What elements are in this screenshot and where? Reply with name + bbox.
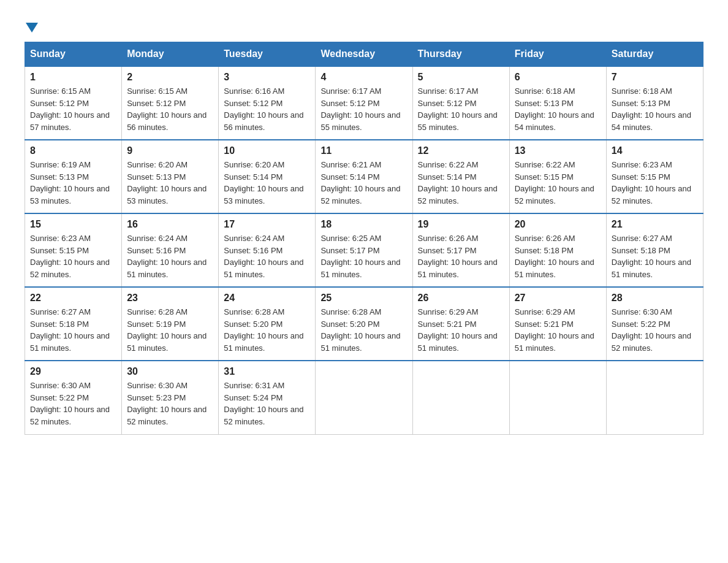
calendar-cell: 15Sunrise: 6:23 AMSunset: 5:15 PMDayligh…	[25, 213, 122, 287]
day-info: Sunrise: 6:26 AMSunset: 5:17 PMDaylight:…	[418, 234, 498, 279]
day-number: 12	[418, 145, 504, 156]
header-wednesday: Wednesday	[316, 42, 412, 67]
day-number: 28	[612, 293, 698, 304]
calendar-cell	[606, 361, 703, 434]
day-info: Sunrise: 6:18 AMSunset: 5:13 PMDaylight:…	[515, 86, 594, 132]
calendar-cell: 5Sunrise: 6:17 AMSunset: 5:12 PMDaylight…	[412, 66, 509, 140]
day-number: 24	[224, 293, 310, 304]
calendar-cell: 3Sunrise: 6:16 AMSunset: 5:12 PMDaylight…	[219, 66, 316, 140]
day-number: 8	[30, 145, 116, 156]
day-number: 4	[320, 72, 407, 83]
day-number: 20	[515, 219, 601, 230]
calendar-cell: 10Sunrise: 6:20 AMSunset: 5:14 PMDayligh…	[219, 140, 316, 213]
day-number: 15	[30, 219, 116, 230]
day-number: 21	[612, 219, 698, 230]
day-info: Sunrise: 6:15 AMSunset: 5:12 PMDaylight:…	[127, 86, 207, 132]
day-number: 29	[30, 366, 116, 377]
day-number: 25	[320, 293, 407, 304]
day-number: 16	[127, 219, 213, 230]
day-number: 18	[320, 219, 407, 230]
day-info: Sunrise: 6:20 AMSunset: 5:14 PMDaylight:…	[224, 160, 303, 205]
header-monday: Monday	[122, 42, 219, 67]
calendar-cell: 24Sunrise: 6:28 AMSunset: 5:20 PMDayligh…	[219, 287, 316, 361]
day-info: Sunrise: 6:22 AMSunset: 5:14 PMDaylight:…	[418, 160, 498, 205]
day-number: 13	[515, 145, 601, 156]
page-header	[25, 18, 703, 36]
day-number: 5	[418, 72, 504, 83]
calendar-cell: 16Sunrise: 6:24 AMSunset: 5:16 PMDayligh…	[122, 213, 219, 287]
header-friday: Friday	[509, 42, 606, 67]
day-number: 19	[418, 219, 504, 230]
day-info: Sunrise: 6:28 AMSunset: 5:20 PMDaylight:…	[320, 307, 400, 353]
day-number: 9	[127, 145, 213, 156]
calendar-cell: 8Sunrise: 6:19 AMSunset: 5:13 PMDaylight…	[25, 140, 122, 213]
day-info: Sunrise: 6:19 AMSunset: 5:13 PMDaylight:…	[30, 160, 110, 205]
day-number: 11	[320, 145, 407, 156]
calendar-cell: 23Sunrise: 6:28 AMSunset: 5:19 PMDayligh…	[122, 287, 219, 361]
day-info: Sunrise: 6:17 AMSunset: 5:12 PMDaylight:…	[320, 86, 400, 132]
week-row-3: 15Sunrise: 6:23 AMSunset: 5:15 PMDayligh…	[25, 213, 703, 287]
calendar-cell: 25Sunrise: 6:28 AMSunset: 5:20 PMDayligh…	[316, 287, 412, 361]
calendar-cell: 26Sunrise: 6:29 AMSunset: 5:21 PMDayligh…	[412, 287, 509, 361]
day-info: Sunrise: 6:28 AMSunset: 5:20 PMDaylight:…	[224, 307, 303, 353]
week-row-2: 8Sunrise: 6:19 AMSunset: 5:13 PMDaylight…	[25, 140, 703, 213]
calendar-cell: 22Sunrise: 6:27 AMSunset: 5:18 PMDayligh…	[25, 287, 122, 361]
day-number: 2	[127, 72, 213, 83]
calendar-table: SundayMondayTuesdayWednesdayThursdayFrid…	[25, 42, 703, 435]
calendar-cell: 13Sunrise: 6:22 AMSunset: 5:15 PMDayligh…	[509, 140, 606, 213]
day-info: Sunrise: 6:30 AMSunset: 5:22 PMDaylight:…	[612, 307, 691, 353]
day-number: 1	[30, 72, 116, 83]
header-sunday: Sunday	[25, 42, 122, 67]
day-info: Sunrise: 6:15 AMSunset: 5:12 PMDaylight:…	[30, 86, 110, 132]
day-info: Sunrise: 6:23 AMSunset: 5:15 PMDaylight:…	[612, 160, 691, 205]
day-info: Sunrise: 6:24 AMSunset: 5:16 PMDaylight:…	[127, 234, 207, 279]
day-info: Sunrise: 6:27 AMSunset: 5:18 PMDaylight:…	[30, 307, 110, 353]
calendar-cell: 28Sunrise: 6:30 AMSunset: 5:22 PMDayligh…	[606, 287, 703, 361]
calendar-cell: 30Sunrise: 6:30 AMSunset: 5:23 PMDayligh…	[122, 361, 219, 434]
day-info: Sunrise: 6:16 AMSunset: 5:12 PMDaylight:…	[224, 86, 303, 132]
day-info: Sunrise: 6:31 AMSunset: 5:24 PMDaylight:…	[224, 381, 303, 426]
calendar-cell	[509, 361, 606, 434]
calendar-cell	[316, 361, 412, 434]
day-info: Sunrise: 6:26 AMSunset: 5:18 PMDaylight:…	[515, 234, 594, 279]
header-saturday: Saturday	[606, 42, 703, 67]
day-number: 14	[612, 145, 698, 156]
day-info: Sunrise: 6:30 AMSunset: 5:23 PMDaylight:…	[127, 381, 207, 426]
day-number: 31	[224, 366, 310, 377]
week-row-4: 22Sunrise: 6:27 AMSunset: 5:18 PMDayligh…	[25, 287, 703, 361]
weekday-header-row: SundayMondayTuesdayWednesdayThursdayFrid…	[25, 42, 703, 67]
calendar-cell: 31Sunrise: 6:31 AMSunset: 5:24 PMDayligh…	[219, 361, 316, 434]
day-info: Sunrise: 6:17 AMSunset: 5:12 PMDaylight:…	[418, 86, 498, 132]
day-number: 6	[515, 72, 601, 83]
calendar-cell: 14Sunrise: 6:23 AMSunset: 5:15 PMDayligh…	[606, 140, 703, 213]
calendar-cell: 6Sunrise: 6:18 AMSunset: 5:13 PMDaylight…	[509, 66, 606, 140]
calendar-cell: 1Sunrise: 6:15 AMSunset: 5:12 PMDaylight…	[25, 66, 122, 140]
calendar-cell	[412, 361, 509, 434]
day-info: Sunrise: 6:24 AMSunset: 5:16 PMDaylight:…	[224, 234, 303, 279]
day-info: Sunrise: 6:25 AMSunset: 5:17 PMDaylight:…	[320, 234, 400, 279]
day-number: 17	[224, 219, 310, 230]
day-number: 30	[127, 366, 213, 377]
day-number: 22	[30, 293, 116, 304]
calendar-cell: 17Sunrise: 6:24 AMSunset: 5:16 PMDayligh…	[219, 213, 316, 287]
calendar-cell: 29Sunrise: 6:30 AMSunset: 5:22 PMDayligh…	[25, 361, 122, 434]
calendar-cell: 18Sunrise: 6:25 AMSunset: 5:17 PMDayligh…	[316, 213, 412, 287]
week-row-1: 1Sunrise: 6:15 AMSunset: 5:12 PMDaylight…	[25, 66, 703, 140]
calendar-cell: 7Sunrise: 6:18 AMSunset: 5:13 PMDaylight…	[606, 66, 703, 140]
day-number: 10	[224, 145, 310, 156]
day-info: Sunrise: 6:20 AMSunset: 5:13 PMDaylight:…	[127, 160, 207, 205]
day-info: Sunrise: 6:18 AMSunset: 5:13 PMDaylight:…	[612, 86, 691, 132]
calendar-cell: 4Sunrise: 6:17 AMSunset: 5:12 PMDaylight…	[316, 66, 412, 140]
week-row-5: 29Sunrise: 6:30 AMSunset: 5:22 PMDayligh…	[25, 361, 703, 434]
calendar-cell: 21Sunrise: 6:27 AMSunset: 5:18 PMDayligh…	[606, 213, 703, 287]
day-info: Sunrise: 6:27 AMSunset: 5:18 PMDaylight:…	[612, 234, 691, 279]
day-number: 26	[418, 293, 504, 304]
day-info: Sunrise: 6:29 AMSunset: 5:21 PMDaylight:…	[418, 307, 498, 353]
day-info: Sunrise: 6:22 AMSunset: 5:15 PMDaylight:…	[515, 160, 594, 205]
day-info: Sunrise: 6:29 AMSunset: 5:21 PMDaylight:…	[515, 307, 594, 353]
calendar-cell: 19Sunrise: 6:26 AMSunset: 5:17 PMDayligh…	[412, 213, 509, 287]
calendar-cell: 11Sunrise: 6:21 AMSunset: 5:14 PMDayligh…	[316, 140, 412, 213]
calendar-cell: 20Sunrise: 6:26 AMSunset: 5:18 PMDayligh…	[509, 213, 606, 287]
header-thursday: Thursday	[412, 42, 509, 67]
calendar-cell: 27Sunrise: 6:29 AMSunset: 5:21 PMDayligh…	[509, 287, 606, 361]
